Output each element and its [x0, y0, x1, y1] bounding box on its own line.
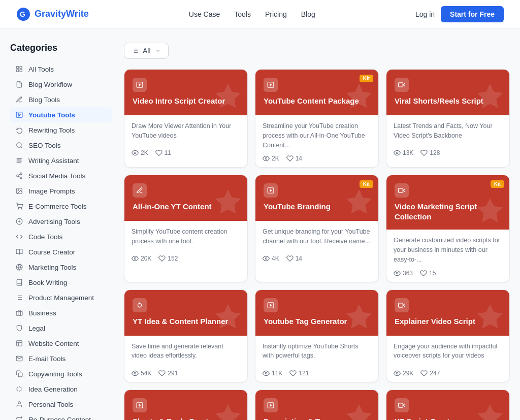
tool-card[interactable]: Kit YouTube Content Package Streamline y… — [255, 69, 379, 168]
card-body: Streamline your YouTube creation process… — [255, 115, 378, 167]
tool-card[interactable]: Viral Shorts/Reels Script Latest Trends … — [386, 69, 510, 168]
login-button[interactable]: Log in — [415, 10, 435, 18]
sidebar-item-e-commerce-tools[interactable]: E-Commerce Tools — [10, 199, 112, 214]
tool-card[interactable]: YT Idea & Content Planner Save time and … — [124, 289, 248, 382]
tool-card[interactable]: All-in-One YT Content Simplify YouTube c… — [124, 175, 248, 282]
sidebar-item-label: E-mail Tools — [28, 355, 66, 363]
svg-rect-33 — [16, 311, 22, 315]
sidebar-item-label: Product Management — [28, 294, 94, 302]
grid-icon — [15, 65, 23, 73]
card-header: Viral Shorts/Reels Script — [386, 70, 509, 115]
sidebar-item-idea-generation[interactable]: Idea Generation — [10, 381, 112, 397]
card-likes: 121 — [289, 370, 309, 377]
sidebar-item-image-prompts[interactable]: Image Prompts — [10, 183, 112, 199]
card-likes: 14 — [286, 155, 302, 162]
sidebar-item-all-tools[interactable]: All Tools — [10, 61, 112, 77]
card-icon — [133, 78, 147, 92]
sidebar-item-blog-workflow[interactable]: Blog Workflow — [10, 77, 112, 92]
tool-card[interactable]: Youtube Tag Generator Instantly optimize… — [255, 289, 379, 382]
website-icon — [15, 339, 23, 347]
personal-icon — [15, 400, 23, 408]
sidebar-item-legal[interactable]: Legal — [10, 320, 112, 336]
card-likes: 291 — [158, 370, 178, 377]
sidebar-item-marketing-tools[interactable]: Marketing Tools — [10, 260, 112, 275]
tool-card[interactable]: Shorts & Reels Creator Turn your video s… — [124, 390, 248, 421]
sidebar-item-copywriting-tools[interactable]: Copywriting Tools — [10, 366, 112, 381]
watermark-star — [344, 402, 374, 421]
nav-tools[interactable]: Tools — [234, 10, 251, 18]
card-likes: 15 — [420, 270, 436, 277]
nav-pricing[interactable]: Pricing — [265, 10, 287, 18]
idea-icon — [15, 385, 23, 393]
tool-card[interactable]: YT Script Creator Save time and effort b… — [386, 390, 510, 421]
sidebar-item-label: Course Creator — [28, 248, 75, 256]
sidebar-item-writing-assistant[interactable]: Writing Assistant — [10, 153, 112, 168]
card-icon — [264, 398, 278, 412]
tool-card[interactable]: Kit YouTube Branding Get unique branding… — [255, 175, 379, 282]
card-description: Draw More Viewer Attention in Your YouTu… — [132, 121, 240, 144]
sidebar-item-business[interactable]: Business — [10, 305, 112, 320]
sidebar-item-website-content[interactable]: Website Content — [10, 336, 112, 351]
sidebar-item-rewriting-tools[interactable]: Rewriting Tools — [10, 122, 112, 138]
svg-marker-78 — [403, 189, 405, 192]
watermark-star — [475, 402, 505, 421]
sidebar-item-youtube-tools[interactable]: Youtube Tools — [10, 107, 112, 122]
content-area: All Video Intro Script Creator Draw More… — [124, 43, 510, 420]
tool-card[interactable]: Video Intro Script Creator Draw More Vie… — [124, 69, 248, 168]
pen-icon — [15, 95, 23, 104]
start-button[interactable]: Start for Free — [441, 6, 504, 22]
sidebar-item-label: Advertising Tools — [28, 218, 80, 225]
share-icon — [15, 172, 23, 180]
svg-rect-3 — [20, 67, 22, 69]
sidebar-item-label: Book Writing — [28, 279, 67, 286]
sidebar-item-advertising-tools[interactable]: Advertising Tools — [10, 214, 112, 229]
email-icon — [15, 354, 23, 363]
svg-point-81 — [396, 272, 398, 274]
sidebar-item-social-media-tools[interactable]: Social Media Tools — [10, 168, 112, 183]
card-header: Explainer Video Script — [386, 290, 509, 336]
svg-rect-6 — [16, 112, 22, 118]
svg-marker-89 — [403, 304, 405, 307]
likes-count: 152 — [168, 255, 178, 262]
likes-count: 14 — [296, 155, 302, 162]
svg-marker-64 — [215, 84, 241, 108]
sidebar-item-personal-tools[interactable]: Personal Tools — [10, 397, 112, 412]
watermark-star — [213, 302, 243, 334]
card-description: Get unique branding for your YouTube cha… — [263, 227, 371, 250]
sidebar-item-code-tools[interactable]: Code Tools — [10, 229, 112, 244]
sidebar-item-blog-tools[interactable]: Blog Tools — [10, 92, 112, 107]
card-likes: 247 — [420, 370, 440, 377]
tool-card[interactable]: Kit Video Marketing Script Collection Ge… — [386, 175, 510, 282]
views-count: 4K — [272, 255, 279, 262]
watermark-star — [344, 187, 374, 217]
sidebar-item-product-management[interactable]: Product Management — [10, 290, 112, 305]
tool-card[interactable]: Explainer Video Script Engage your audie… — [386, 289, 510, 382]
sidebar-item-e-mail-tools[interactable]: E-mail Tools — [10, 351, 112, 366]
svg-point-85 — [134, 372, 136, 374]
sidebar-item-seo-tools[interactable]: SEO Tools — [10, 138, 112, 153]
sidebar-item-course-creator[interactable]: Course Creator — [10, 244, 112, 260]
header-actions: Log in Start for Free — [415, 6, 504, 22]
views-count: 2K — [141, 149, 148, 156]
sidebar-item-re-purpose-content[interactable]: Re-Purpose Content — [10, 412, 112, 420]
card-body: Generate customized video scripts for yo… — [386, 230, 509, 281]
tool-card[interactable]: Description & Tags Boost your YouTube vi… — [255, 390, 379, 421]
svg-line-16 — [18, 176, 20, 177]
card-header: YT Script Creator — [386, 390, 509, 421]
card-header: Kit Video Marketing Script Collection — [386, 175, 509, 230]
svg-marker-87 — [346, 304, 372, 329]
svg-marker-67 — [346, 84, 372, 108]
image-icon — [15, 187, 23, 195]
logo[interactable]: G GravityWrite — [16, 7, 89, 21]
svg-rect-90 — [399, 303, 403, 307]
sidebar-item-label: Copywriting Tools — [28, 370, 82, 378]
watermark-star — [213, 81, 243, 113]
card-icon — [395, 398, 409, 412]
svg-point-14 — [17, 175, 19, 177]
filter-select[interactable]: All — [124, 43, 169, 59]
sidebar-item-book-writing[interactable]: Book Writing — [10, 275, 112, 290]
svg-marker-101 — [477, 404, 503, 421]
card-views: 2K — [132, 149, 148, 156]
nav-blog[interactable]: Blog — [301, 10, 315, 18]
nav-use-case[interactable]: Use Case — [189, 10, 220, 18]
